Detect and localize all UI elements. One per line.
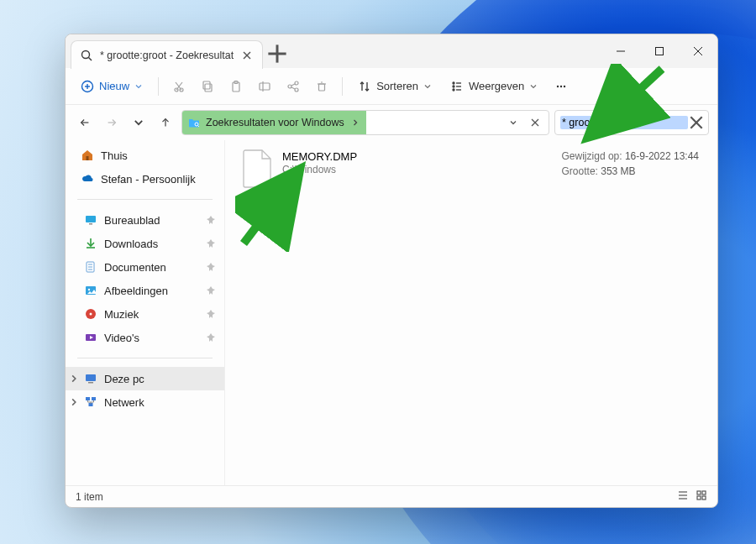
item-count: 1 item — [76, 491, 103, 503]
desktop-icon — [84, 213, 97, 227]
svg-point-39 — [557, 85, 559, 86]
close-button[interactable] — [679, 34, 717, 68]
chevron-right-icon[interactable] — [69, 374, 79, 384]
pin-icon — [206, 262, 216, 272]
cut-button[interactable] — [165, 73, 192, 100]
svg-point-33 — [453, 82, 454, 84]
sidebar-item-downloads[interactable]: Downloads — [66, 232, 224, 255]
home-icon — [81, 149, 94, 162]
svg-rect-74 — [702, 491, 706, 494]
recent-locations-button[interactable] — [128, 112, 150, 133]
sidebar-item-music[interactable]: Muziek — [66, 302, 224, 326]
address-row: Zoekresultaten voor Windows * grootte:gr… — [66, 105, 717, 140]
rename-button[interactable] — [251, 73, 278, 100]
svg-rect-53 — [89, 223, 92, 225]
search-clear-button[interactable] — [688, 114, 705, 131]
sidebar-item-label: Netwerk — [104, 396, 144, 409]
address-clear-button[interactable] — [525, 112, 545, 133]
command-bar: Nieuw Sorteren Weergeven — [66, 68, 717, 105]
pin-icon — [206, 215, 216, 225]
details-view-button[interactable] — [677, 489, 689, 504]
pc-icon — [84, 372, 97, 385]
share-button[interactable] — [280, 73, 307, 100]
svg-point-63 — [90, 313, 92, 316]
breadcrumb-root[interactable]: Zoekresultaten voor Windows — [182, 111, 366, 134]
new-button[interactable]: Nieuw — [72, 73, 151, 100]
svg-rect-51 — [87, 156, 89, 160]
svg-point-35 — [453, 89, 454, 91]
explorer-window: * grootte:groot - Zoekresultat Nieuw — [65, 34, 718, 508]
svg-point-40 — [560, 85, 562, 86]
videos-icon — [84, 331, 97, 344]
tab-close-button[interactable] — [240, 49, 254, 62]
view-button[interactable]: Weergeven — [442, 73, 546, 100]
svg-rect-75 — [697, 496, 701, 500]
delete-button[interactable] — [308, 73, 335, 100]
chevron-right-icon — [351, 118, 360, 127]
navigation-pane: Thuis Stefan - Persoonlijk Bureaublad Do… — [66, 140, 225, 485]
maximize-button[interactable] — [640, 34, 679, 68]
svg-rect-21 — [260, 83, 270, 90]
up-button[interactable] — [155, 112, 176, 133]
sidebar-item-documents[interactable]: Documenten — [66, 255, 224, 279]
music-icon — [84, 307, 97, 321]
new-button-label: Nieuw — [99, 80, 129, 92]
sidebar-item-label: Thuis — [101, 149, 128, 162]
window-controls — [601, 34, 717, 68]
paste-button[interactable] — [223, 73, 249, 100]
sort-button[interactable]: Sorteren — [349, 73, 440, 100]
size-value: 353 MB — [601, 165, 635, 177]
copy-button[interactable] — [194, 73, 221, 100]
address-bar[interactable]: Zoekresultaten voor Windows — [181, 110, 549, 135]
sidebar-item-onedrive[interactable]: Stefan - Persoonlijk — [66, 167, 224, 191]
svg-rect-65 — [86, 374, 96, 381]
titlebar: * grootte:groot - Zoekresultat — [66, 34, 717, 68]
breadcrumb-label: Zoekresultaten voor Windows — [206, 117, 344, 128]
modified-value: 16-9-2022 13:44 — [625, 150, 699, 162]
status-bar: 1 item — [66, 485, 717, 507]
search-query[interactable]: * grootte:groot — [560, 116, 688, 129]
back-button[interactable] — [74, 112, 96, 133]
sidebar-divider — [77, 199, 213, 200]
separator — [158, 77, 159, 96]
sidebar-item-thispc[interactable]: Deze pc — [66, 367, 224, 390]
sidebar-item-home[interactable]: Thuis — [66, 144, 224, 167]
sidebar-item-label: Bureaublad — [104, 214, 160, 227]
separator — [342, 77, 343, 96]
more-button[interactable] — [548, 73, 575, 100]
search-icon — [80, 49, 93, 62]
sidebar-divider — [77, 358, 213, 358]
sidebar-item-videos[interactable]: Video's — [66, 326, 224, 349]
body: Thuis Stefan - Persoonlijk Bureaublad Do… — [66, 140, 717, 485]
window-tab[interactable]: * grootte:groot - Zoekresultat — [71, 40, 263, 69]
chevron-down-icon — [134, 82, 143, 91]
svg-rect-76 — [702, 496, 706, 500]
svg-point-0 — [82, 50, 90, 58]
sidebar-item-pictures[interactable]: Afbeeldingen — [66, 279, 224, 302]
cloud-icon — [81, 172, 94, 186]
file-icon — [240, 149, 274, 189]
sidebar-item-label: Stefan - Persoonlijk — [101, 173, 196, 186]
sidebar-item-label: Muziek — [104, 308, 139, 321]
chevron-right-icon[interactable] — [69, 397, 79, 407]
downloads-icon — [84, 237, 97, 250]
view-button-label: Weergeven — [469, 80, 524, 92]
sidebar-item-desktop[interactable]: Bureaublad — [66, 208, 224, 232]
search-box[interactable]: * grootte:groot — [554, 110, 709, 135]
sidebar-item-label: Video's — [104, 332, 139, 344]
thumbnails-view-button[interactable] — [696, 489, 707, 504]
sort-button-label: Sorteren — [376, 80, 418, 92]
pin-icon — [206, 285, 216, 296]
address-history-button[interactable] — [503, 112, 523, 133]
forward-button[interactable] — [101, 112, 123, 133]
sidebar-item-label: Downloads — [104, 238, 158, 250]
svg-line-1 — [89, 57, 92, 60]
pin-icon — [206, 238, 216, 248]
sidebar-item-network[interactable]: Netwerk — [66, 390, 224, 414]
minimize-button[interactable] — [601, 34, 640, 68]
new-tab-button[interactable] — [263, 39, 291, 68]
size-label: Grootte: — [562, 165, 598, 177]
pictures-icon — [84, 284, 97, 297]
sidebar-item-label: Documenten — [104, 261, 166, 274]
svg-rect-28 — [319, 84, 325, 91]
